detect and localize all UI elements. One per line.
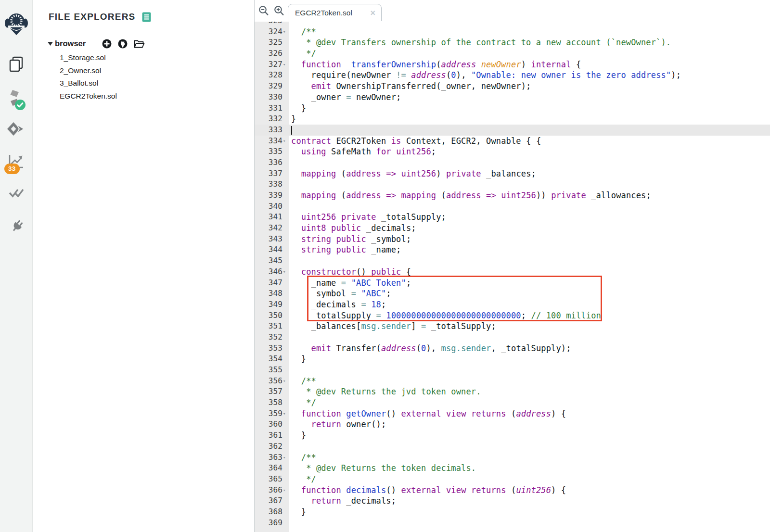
code-text[interactable]: _owner = newOwner;	[289, 92, 770, 103]
code-text[interactable]: _totalSupply = 1000000000000000000000000…	[289, 310, 770, 321]
code-text[interactable]	[289, 365, 770, 376]
code-text[interactable]: * @dev Returns the token decimals.	[289, 463, 770, 474]
code-text[interactable]: * @dev Returns the jvd token owner.	[289, 386, 770, 397]
code-text[interactable]: */	[289, 397, 770, 408]
line-number[interactable]: 354	[255, 354, 289, 365]
code-line[interactable]: 338	[255, 179, 770, 190]
code-text[interactable]: _balances[msg.sender] = _totalSupply;	[289, 321, 770, 332]
line-number[interactable]: 353	[255, 343, 289, 354]
line-number[interactable]: 364	[255, 463, 289, 474]
code-line[interactable]: 360 return owner();	[255, 419, 770, 430]
line-number[interactable]: 334▾	[255, 136, 289, 147]
code-text[interactable]: _decimals = 18;	[289, 299, 770, 310]
code-line[interactable]: 354 }	[255, 354, 770, 365]
code-line[interactable]: 328 require(newOwner != address(0), "Own…	[255, 70, 770, 81]
line-number[interactable]: 339	[255, 190, 289, 201]
code-text[interactable]: mapping (address => uint256) private _ba…	[289, 168, 770, 179]
code-text[interactable]: }	[289, 103, 770, 114]
code-text[interactable]: constructor() public {	[289, 266, 770, 278]
line-number[interactable]: 360	[255, 419, 289, 430]
code-line[interactable]: 334▾contract EGCR2Token is Context, EGCR…	[255, 136, 770, 147]
code-line[interactable]: 330 _owner = newOwner;	[255, 92, 770, 103]
line-number[interactable]: 359▾	[255, 408, 289, 419]
code-line[interactable]: 359▾ function getOwner() external view r…	[255, 408, 770, 419]
code-line[interactable]: 323	[255, 22, 770, 26]
code-line[interactable]: 349 _decimals = 18;	[255, 299, 770, 310]
code-text[interactable]: uint8 public _decimals;	[289, 223, 770, 234]
line-number[interactable]: 351	[255, 321, 289, 332]
code-line[interactable]: 347 _name = "ABC Token";	[255, 278, 770, 289]
code-line[interactable]: 356▾ /**	[255, 376, 770, 387]
line-number[interactable]: 363▾	[255, 452, 289, 463]
line-number[interactable]: 345	[255, 255, 289, 266]
fold-icon[interactable]: ▾	[283, 408, 289, 419]
line-number[interactable]: 325	[255, 37, 289, 48]
line-number[interactable]: 350	[255, 310, 289, 321]
line-number[interactable]: 332	[255, 114, 289, 125]
code-text[interactable]	[289, 125, 770, 136]
file-explorers-icon[interactable]	[0, 56, 32, 72]
line-number[interactable]: 368	[255, 507, 289, 518]
plugin-manager-icon[interactable]	[0, 219, 32, 235]
code-line[interactable]: 333	[255, 125, 770, 136]
code-text[interactable]: _name = "ABC Token";	[289, 278, 770, 289]
code-line[interactable]: 332}	[255, 114, 770, 125]
code-line[interactable]: 337 mapping (address => uint256) private…	[255, 168, 770, 179]
docs-icon[interactable]	[142, 12, 151, 22]
file-item[interactable]: 1_Storage.sol	[60, 51, 117, 64]
code-text[interactable]: string public _symbol;	[289, 234, 770, 245]
tab-close-icon[interactable]: ×	[370, 9, 375, 17]
code-line[interactable]: 364 * @dev Returns the token decimals.	[255, 463, 770, 474]
code-text[interactable]: /**	[289, 376, 770, 387]
line-number[interactable]: 335	[255, 146, 289, 157]
line-number[interactable]: 344	[255, 244, 289, 255]
code-line[interactable]: 340	[255, 201, 770, 212]
code-text[interactable]: function _transferOwnership(address newO…	[289, 59, 770, 70]
code-text[interactable]	[289, 255, 770, 266]
code-line[interactable]: 361 }	[255, 430, 770, 441]
code-line[interactable]: 348 _symbol = "ABC";	[255, 288, 770, 299]
code-line[interactable]: 327▾ function _transferOwnership(address…	[255, 59, 770, 70]
file-item[interactable]: 2_Owner.sol	[60, 64, 117, 77]
chevron-down-icon[interactable]	[48, 42, 53, 46]
code-line[interactable]: 366▾ function decimals() external view r…	[255, 485, 770, 496]
deploy-run-icon[interactable]	[0, 122, 32, 136]
line-number[interactable]: 341	[255, 212, 289, 223]
code-text[interactable]: return owner();	[289, 419, 770, 430]
remix-logo[interactable]	[0, 11, 32, 36]
code-text[interactable]: _symbol = "ABC";	[289, 288, 770, 299]
code-line[interactable]: 336	[255, 157, 770, 168]
line-number[interactable]: 362	[255, 441, 289, 452]
line-number[interactable]: 327▾	[255, 59, 289, 70]
line-number[interactable]: 349	[255, 299, 289, 310]
code-line[interactable]: 344 string public _name;	[255, 244, 770, 255]
line-number[interactable]: 328	[255, 70, 289, 81]
code-line[interactable]: 351 _balances[msg.sender] = _totalSupply…	[255, 321, 770, 332]
line-number[interactable]: 324▾	[255, 26, 289, 38]
code-text[interactable]	[289, 201, 770, 212]
code-text[interactable]: * @dev Transfers ownership of the contra…	[289, 37, 770, 48]
code-text[interactable]	[289, 157, 770, 168]
code-text[interactable]: }	[289, 507, 770, 518]
zoom-out-icon[interactable]	[258, 5, 269, 16]
line-number[interactable]: 357	[255, 386, 289, 397]
code-line[interactable]: 352	[255, 332, 770, 343]
line-number[interactable]: 352	[255, 332, 289, 343]
fold-icon[interactable]: ▾	[283, 485, 289, 496]
line-number[interactable]: 365	[255, 474, 289, 485]
line-number[interactable]: 330	[255, 92, 289, 103]
line-number[interactable]: 356▾	[255, 376, 289, 387]
code-text[interactable]: */	[289, 474, 770, 485]
line-number[interactable]: 331	[255, 103, 289, 114]
code-text[interactable]: /**	[289, 26, 770, 38]
fold-icon[interactable]: ▾	[283, 452, 289, 463]
fold-icon[interactable]: ▾	[283, 266, 289, 278]
code-text[interactable]: mapping (address => mapping (address => …	[289, 190, 770, 201]
code-text[interactable]	[289, 332, 770, 343]
code-text[interactable]: emit Transfer(address(0), msg.sender, _t…	[289, 343, 770, 354]
code-text[interactable]: function decimals() external view return…	[289, 485, 770, 496]
code-line[interactable]: 362	[255, 441, 770, 452]
line-number[interactable]: 358	[255, 397, 289, 408]
code-text[interactable]: function getOwner() external view return…	[289, 408, 770, 419]
code-text[interactable]: emit OwnershipTransferred(_owner, newOwn…	[289, 81, 770, 92]
